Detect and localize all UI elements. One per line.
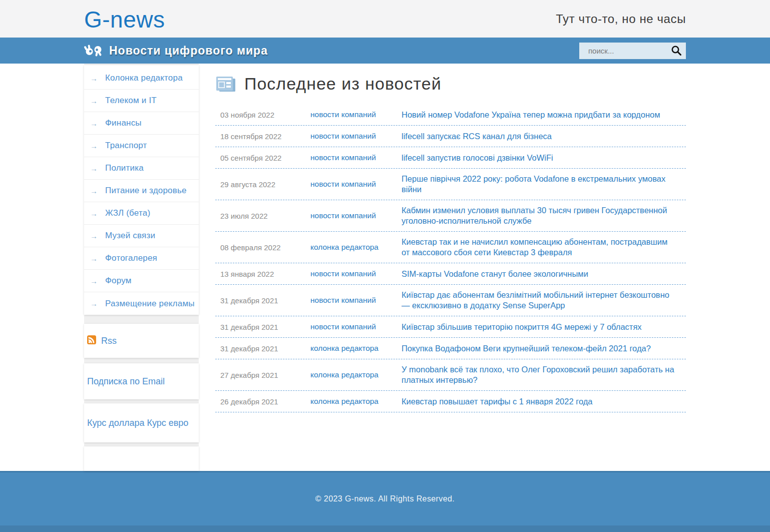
news-title-link[interactable]: Покупка Водафоном Веги крупнейший телеко… <box>402 343 686 354</box>
news-row: 27 декабря 2021колонка редактораУ monoba… <box>215 359 686 391</box>
arrow-icon: → <box>90 119 105 128</box>
news-title-link[interactable]: lifecell запускає RCS канал для бізнеса <box>402 131 686 142</box>
page-header: G-news Тут что-то, но не часы <box>0 0 770 38</box>
news-date: 03 ноября 2022 <box>220 111 310 119</box>
page-content: →Колонка редактора→Телеком и IT→Финансы→… <box>0 64 770 471</box>
sidebar-empty-card <box>84 446 199 471</box>
arrow-icon: → <box>90 299 105 308</box>
newspaper-icon <box>215 76 236 93</box>
news-category-link[interactable]: новости компаний <box>310 322 402 331</box>
news-title-link[interactable]: Новий номер Vodafone Україна тепер можна… <box>402 110 686 120</box>
sidebar-item[interactable]: →Финансы <box>84 112 199 135</box>
sidebar-item-label: Колонка редактора <box>105 73 183 83</box>
sidebar-item-label: ЖЗЛ (бета) <box>105 208 150 218</box>
sidebar-item[interactable]: →Телеком и IT <box>84 90 199 112</box>
site-title: Новости цифрового мира <box>109 44 268 58</box>
search-input[interactable] <box>579 43 664 59</box>
arrow-icon: → <box>90 74 105 83</box>
rss-icon <box>87 335 96 346</box>
news-category-link[interactable]: колонка редактора <box>310 397 402 406</box>
news-row: 08 февраля 2022колонка редактораКиевстар… <box>215 232 686 263</box>
news-date: 05 сентября 2022 <box>220 154 310 162</box>
rss-link[interactable]: Rss <box>101 336 117 346</box>
sidebar-item[interactable]: →Питание и здоровье <box>84 180 199 202</box>
news-row: 13 января 2022новости компанийSIM-карты … <box>215 263 686 285</box>
news-row: 31 декабря 2021новости компанийКиївстар … <box>215 285 686 316</box>
search-icon <box>670 51 682 58</box>
news-title-link[interactable]: Київстар збільшив територію покриття 4G … <box>402 322 686 332</box>
news-row: 05 сентября 2022новости компанийlifecell… <box>215 147 686 169</box>
news-row: 18 сентября 2022новости компанийlifecell… <box>215 126 686 147</box>
sidebar-item-label: Телеком и IT <box>105 96 157 106</box>
sidebar-item-label: Форум <box>105 276 132 286</box>
site-logo[interactable]: G-news <box>84 7 165 31</box>
news-title-link[interactable]: Перше півріччя 2022 року: робота Vodafon… <box>402 174 686 195</box>
page-title-row: Последнее из новостей <box>215 74 686 94</box>
news-date: 23 июля 2022 <box>220 212 310 220</box>
news-category-link[interactable]: новости компаний <box>310 132 402 141</box>
news-title-link[interactable]: Киевстар так и не начислил компенсацию а… <box>402 237 686 258</box>
arrow-icon: → <box>90 254 105 263</box>
sidebar-item[interactable]: →Политика <box>84 157 199 180</box>
news-date: 13 января 2022 <box>220 270 310 278</box>
currency-card: Курс доллара Курс евро <box>84 403 199 442</box>
sidebar-item[interactable]: →ЖЗЛ (бета) <box>84 202 199 225</box>
sidebar-item[interactable]: →Размещение рекламы <box>84 292 199 315</box>
sidebar-item[interactable]: →Транспорт <box>84 135 199 157</box>
news-row: 31 декабря 2021колонка редактораПокупка … <box>215 338 686 359</box>
arrow-icon: → <box>90 97 105 105</box>
news-category-link[interactable]: новости компаний <box>310 180 402 189</box>
news-row: 29 августа 2022новости компанийПерше пів… <box>215 169 686 200</box>
news-category-link[interactable]: колонка редактора <box>310 243 402 252</box>
news-list: 03 ноября 2022новости компанийНовий номе… <box>215 104 686 412</box>
news-date: 29 августа 2022 <box>220 180 310 189</box>
news-date: 08 февраля 2022 <box>220 243 310 252</box>
news-category-link[interactable]: новости компаний <box>310 269 402 278</box>
news-row: 03 ноября 2022новости компанийНовий номе… <box>215 104 686 126</box>
news-row: 31 декабря 2021новости компанийКиївстар … <box>215 316 686 338</box>
news-date: 31 декабря 2021 <box>220 296 310 305</box>
sidebar-item-label: Политика <box>105 163 144 173</box>
email-subscribe-card: Подписка по Email <box>84 363 199 399</box>
sidebar-item-label: Финансы <box>105 118 142 128</box>
arrow-icon: → <box>90 187 105 195</box>
news-title-link[interactable]: SIM-карты Vodafone станут более экологич… <box>402 269 686 279</box>
news-title-link[interactable]: Київстар дає абонентам безлімітний мобіл… <box>402 290 686 311</box>
sidebar-item-label: Музей связи <box>105 231 155 241</box>
hands-icon <box>84 44 103 57</box>
news-date: 31 декабря 2021 <box>220 344 310 353</box>
sidebar-item-label: Размещение рекламы <box>105 299 195 309</box>
news-title-link[interactable]: Киевстар повышает тарифы с 1 января 2022… <box>402 396 686 407</box>
news-title-link[interactable]: У monobank всё так плохо, что Олег Горох… <box>402 364 686 385</box>
sidebar-item[interactable]: →Музей связи <box>84 225 199 247</box>
news-row: 26 декабря 2021колонка редактораКиевстар… <box>215 391 686 412</box>
main-navbar: Новости цифрового мира <box>0 38 770 64</box>
page-title: Последнее из новостей <box>244 74 442 94</box>
sidebar-item[interactable]: →Форум <box>84 270 199 292</box>
copyright: © 2023 G-news. All Rights Reserved. <box>315 494 455 510</box>
sidebar-item-label: Питание и здоровье <box>105 186 187 196</box>
search-button[interactable] <box>670 45 683 58</box>
sidebar-menu: →Колонка редактора→Телеком и IT→Финансы→… <box>84 65 199 315</box>
email-subscribe-link[interactable]: Подписка по Email <box>87 376 165 387</box>
sidebar-item[interactable]: →Колонка редактора <box>84 67 199 90</box>
news-category-link[interactable]: новости компаний <box>310 110 402 119</box>
sidebar-item-label: Транспорт <box>105 141 147 151</box>
news-date: 27 декабря 2021 <box>220 371 310 379</box>
arrow-icon: → <box>90 209 105 218</box>
news-title-link[interactable]: lifecell запустив голосові дзвінки VoWiF… <box>402 153 686 163</box>
news-date: 26 декабря 2021 <box>220 397 310 406</box>
news-category-link[interactable]: новости компаний <box>310 296 402 305</box>
news-category-link[interactable]: колонка редактора <box>310 370 402 379</box>
arrow-icon: → <box>90 164 105 173</box>
currency-link[interactable]: Курс доллара Курс евро <box>87 418 188 428</box>
news-category-link[interactable]: новости компаний <box>310 153 402 162</box>
sidebar-item[interactable]: →Фотогалерея <box>84 247 199 270</box>
news-title-link[interactable]: Кабмин изменил условия выплаты 30 тысяч … <box>402 205 686 226</box>
news-category-link[interactable]: новости компаний <box>310 211 402 220</box>
main-content: Последнее из новостей 03 ноября 2022ново… <box>199 64 686 471</box>
news-category-link[interactable]: колонка редактора <box>310 344 402 353</box>
news-date: 31 декабря 2021 <box>220 323 310 331</box>
rss-card: Rss <box>84 324 199 358</box>
sidebar-item-label: Фотогалерея <box>105 253 157 263</box>
